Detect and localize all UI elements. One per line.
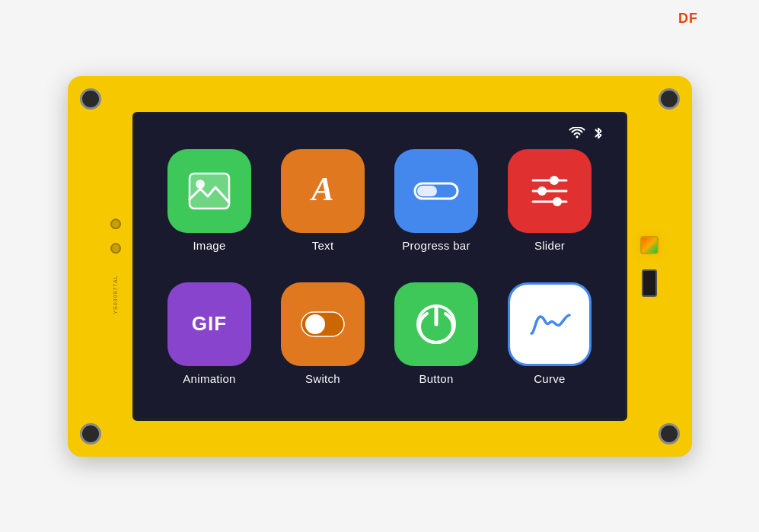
pcb-right-details <box>640 236 659 297</box>
mount-hole-tl <box>80 88 101 110</box>
app-icon-progress <box>394 149 478 233</box>
app-icon-image <box>167 149 251 233</box>
wifi-icon <box>569 127 585 139</box>
gif-badge: GIF <box>179 304 240 344</box>
app-label-progress: Progress bar <box>402 239 470 252</box>
svg-text:A: A <box>309 170 333 208</box>
bluetooth-icon <box>593 126 604 140</box>
app-icon-text: A <box>281 149 365 233</box>
app-icon-animation: GIF <box>167 282 251 366</box>
app-grid: Image A Text <box>153 149 607 403</box>
app-item-switch[interactable]: Switch <box>274 282 372 403</box>
svg-rect-1 <box>190 174 229 209</box>
app-label-animation: Animation <box>183 372 235 385</box>
mount-hole-br <box>659 423 680 444</box>
app-label-switch: Switch <box>305 372 340 385</box>
pcb-circle-1 <box>110 218 121 229</box>
app-icon-button <box>394 282 478 366</box>
app-item-slider[interactable]: Slider <box>501 149 599 270</box>
df-logo: DF <box>678 11 698 27</box>
app-item-button[interactable]: Button <box>387 282 486 403</box>
app-icon-switch <box>281 282 365 366</box>
app-item-text[interactable]: A Text <box>274 149 372 270</box>
svg-point-12 <box>553 197 562 206</box>
svg-point-3 <box>196 180 205 189</box>
lcd-screen: Image A Text <box>132 112 627 421</box>
app-label-text: Text <box>312 239 334 252</box>
status-bar <box>153 126 607 140</box>
gif-text: GIF <box>192 312 227 336</box>
rgb-led <box>640 236 659 254</box>
svg-point-0 <box>576 135 578 138</box>
pcb-circle-2 <box>110 243 121 253</box>
app-label-slider: Slider <box>534 239 565 252</box>
app-label-button: Button <box>419 372 453 385</box>
svg-point-8 <box>550 176 559 185</box>
screen-content: Image A Text <box>135 114 625 419</box>
app-item-curve[interactable]: Curve <box>501 282 599 403</box>
connector-block <box>642 269 657 297</box>
pcb-board: YS030977AL <box>68 76 692 457</box>
svg-point-15 <box>305 314 325 334</box>
app-icon-curve <box>508 282 592 366</box>
app-label-image: Image <box>193 239 225 252</box>
mount-hole-bl <box>80 423 101 444</box>
app-item-image[interactable]: Image <box>161 149 259 270</box>
svg-rect-6 <box>417 186 437 196</box>
mount-hole-tr <box>659 88 680 110</box>
svg-point-10 <box>537 186 547 196</box>
app-icon-slider <box>508 149 592 233</box>
app-item-animation[interactable]: GIF Animation <box>161 282 259 403</box>
pcb-left-details: YS030977AL <box>110 218 121 314</box>
app-label-curve: Curve <box>534 372 566 385</box>
pcb-vertical-text: YS030977AL <box>113 275 118 314</box>
app-item-progress[interactable]: Progress bar <box>387 149 486 270</box>
